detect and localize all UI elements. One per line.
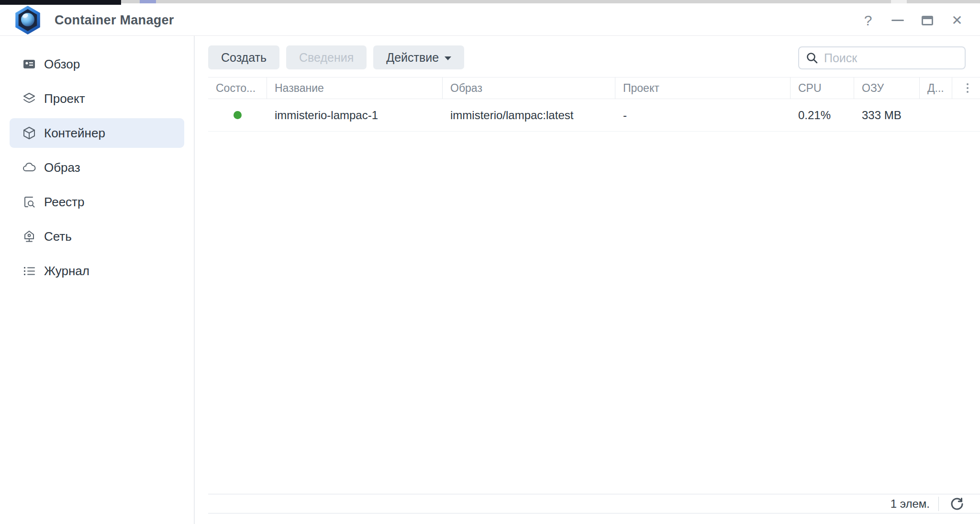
image-icon: [22, 160, 37, 175]
column-header-image[interactable]: Образ: [443, 78, 615, 99]
cpu-cell: 0.21%: [791, 109, 854, 122]
titlebar: Container Manager ? ✕: [0, 5, 980, 36]
details-button[interactable]: Сведения: [286, 45, 367, 69]
container-manager-logo-icon: [14, 6, 41, 34]
desktop-background-strip: [0, 0, 980, 5]
status-cell: [208, 111, 267, 119]
sidebar-item-label: Журнал: [44, 264, 89, 279]
background-window-blue-chip: [140, 0, 156, 3]
search-input[interactable]: [824, 51, 958, 65]
status-bar-divider: [938, 497, 939, 511]
minimize-icon[interactable]: [889, 11, 906, 30]
background-window-light-chip: [891, 0, 907, 3]
sidebar-item-registry[interactable]: Реестр: [10, 187, 184, 217]
refresh-button[interactable]: [947, 495, 967, 513]
main-panel: Создать Сведения Действие Состо... Назва…: [195, 36, 980, 524]
sidebar-item-label: Проект: [44, 91, 85, 106]
project-cell: -: [615, 109, 791, 122]
background-window-gray-segment: [121, 0, 980, 3]
status-running-dot: [234, 111, 242, 119]
column-header-project[interactable]: Проект: [615, 78, 791, 99]
chevron-down-icon: [445, 56, 451, 60]
sidebar-item-overview[interactable]: Обзор: [10, 49, 184, 79]
window-controls: ? ✕: [859, 5, 966, 36]
column-header-disk[interactable]: Д...: [920, 78, 952, 99]
help-icon[interactable]: ?: [859, 11, 877, 30]
action-dropdown-button[interactable]: Действие: [373, 45, 464, 69]
column-header-ram[interactable]: ОЗУ: [854, 78, 920, 99]
column-settings-cell: [952, 78, 980, 99]
status-bar: 1 элем.: [208, 494, 980, 513]
create-button[interactable]: Создать: [208, 45, 279, 69]
page-title: Container Manager: [55, 13, 174, 28]
table-header-row: Состо... Название Образ Проект CPU ОЗУ Д…: [208, 77, 980, 99]
container-name-cell: immisterio-lampac-1: [267, 109, 443, 122]
container-icon: [22, 125, 37, 141]
maximize-icon[interactable]: [919, 11, 936, 30]
project-icon: [22, 91, 37, 106]
sidebar-item-label: Образ: [44, 160, 80, 175]
container-table: Состо... Название Образ Проект CPU ОЗУ Д…: [208, 77, 980, 132]
sidebar-item-label: Контейнер: [44, 126, 105, 141]
container-image-cell: immisterio/lampac:latest: [443, 109, 615, 122]
column-header-cpu[interactable]: CPU: [791, 78, 854, 99]
sidebar-item-label: Сеть: [44, 229, 72, 244]
ram-cell: 333 MB: [854, 109, 920, 122]
registry-icon: [22, 194, 37, 210]
sidebar-item-network[interactable]: Сеть: [10, 222, 184, 251]
table-row[interactable]: immisterio-lampac-1 immisterio/lampac:la…: [208, 99, 980, 132]
column-settings-icon[interactable]: [960, 83, 969, 93]
sidebar-item-label: Обзор: [44, 57, 80, 72]
action-dropdown-label: Действие: [386, 51, 439, 65]
close-icon[interactable]: ✕: [948, 11, 966, 30]
column-header-status[interactable]: Состо...: [208, 78, 267, 99]
column-header-name[interactable]: Название: [267, 78, 443, 99]
item-count-label: 1 элем.: [891, 497, 930, 511]
background-window-dark-segment: [0, 0, 121, 5]
sidebar-item-image[interactable]: Образ: [10, 153, 184, 182]
refresh-icon: [950, 497, 964, 511]
overview-icon: [22, 56, 37, 72]
sidebar: Обзор Проект: [0, 36, 195, 524]
journal-icon: [22, 263, 37, 279]
sidebar-item-label: Реестр: [44, 195, 85, 210]
sidebar-item-project[interactable]: Проект: [10, 84, 184, 113]
search-box: [798, 46, 966, 69]
sidebar-item-container[interactable]: Контейнер: [10, 118, 184, 148]
container-manager-window: Container Manager ? ✕ Обзор: [0, 5, 980, 524]
sidebar-item-journal[interactable]: Журнал: [10, 256, 184, 286]
search-icon: [806, 52, 818, 64]
network-icon: [22, 229, 37, 244]
